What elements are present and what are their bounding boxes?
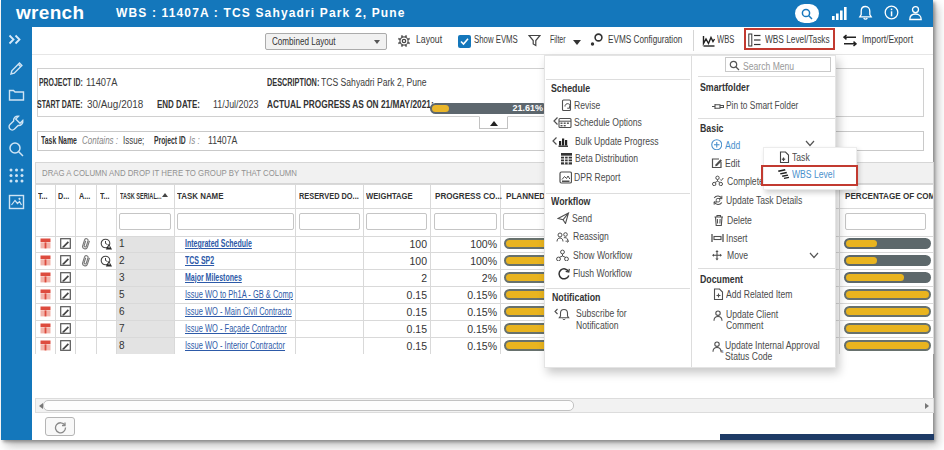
svg-text:s: s [721,347,724,353]
